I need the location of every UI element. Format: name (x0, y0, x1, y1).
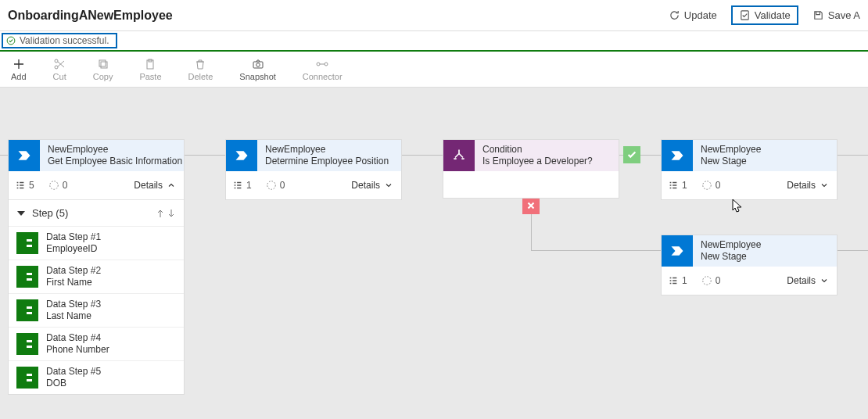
stage-header[interactable]: NewEmployee Determine Employee Position (226, 140, 401, 171)
delete-label: Delete (188, 72, 213, 81)
connector-icon (316, 58, 328, 70)
add-button[interactable]: Add (11, 58, 27, 81)
connector-line (838, 155, 868, 156)
copy-label: Copy (93, 72, 113, 81)
stage-header[interactable]: NewEmployee New Stage (662, 140, 837, 171)
svg-point-15 (702, 277, 711, 285)
x-icon (525, 200, 536, 211)
validation-notice: Validation successful. (2, 33, 117, 48)
trash-icon (194, 58, 206, 70)
stage-icon (9, 140, 40, 171)
condition-icon (443, 140, 475, 171)
connector-line (185, 155, 225, 156)
step-count: 5 (15, 180, 34, 191)
stage-entity: NewEmployee (48, 144, 182, 156)
process-canvas[interactable]: NewEmployee Get Employee Basic Informati… (0, 88, 868, 419)
snapshot-button[interactable]: Snapshot (239, 58, 275, 81)
update-button[interactable]: Update (669, 9, 717, 21)
stage-icon (662, 235, 693, 267)
check-circle-icon (6, 36, 16, 45)
svg-point-3 (55, 59, 58, 63)
snapshot-label: Snapshot (239, 72, 275, 81)
step-row[interactable]: Data Step #3Last Name (9, 293, 184, 327)
step-row[interactable]: Data Step #4Phone Number (9, 327, 184, 360)
stage-card[interactable]: NewEmployee New Stage 1 0 Details (661, 139, 838, 200)
condition-name: Is Employee a Developer? (482, 156, 593, 167)
list-icon (232, 180, 243, 191)
svg-point-14 (702, 181, 711, 190)
validate-button[interactable]: Validate (731, 5, 798, 25)
add-label: Add (11, 72, 27, 81)
branch-icon (701, 180, 712, 191)
cut-button[interactable]: Cut (53, 58, 66, 81)
stage-meta: 1 0 Details (662, 267, 837, 295)
svg-point-10 (317, 63, 320, 66)
stage-name: New Stage (701, 251, 761, 263)
list-icon (668, 275, 679, 286)
clipboard-icon (144, 58, 156, 70)
flow-title[interactable]: OnboardingANewEmployee (8, 9, 178, 23)
branch-icon (701, 275, 712, 286)
svg-point-13 (267, 181, 275, 190)
condition-card[interactable]: Condition Is Employee a Developer? (443, 139, 619, 199)
stage-icon (662, 140, 693, 171)
svg-rect-8 (253, 62, 263, 68)
titlebar: OnboardingANewEmployee Update Validate S… (0, 0, 868, 31)
data-step-icon (16, 333, 38, 355)
svg-rect-5 (101, 62, 107, 68)
details-toggle[interactable]: Details (787, 275, 829, 286)
condition-header[interactable]: Condition Is Employee a Developer? (443, 140, 619, 171)
sort-icons[interactable] (156, 209, 176, 218)
data-step-icon (16, 367, 38, 389)
refresh-icon (669, 9, 680, 21)
stage-card[interactable]: NewEmployee Get Employee Basic Informati… (8, 139, 185, 395)
step-row[interactable]: Data Step #2First Name (9, 260, 184, 293)
details-toggle[interactable]: Details (787, 180, 829, 191)
details-toggle[interactable]: Details (134, 180, 176, 191)
delete-button[interactable]: Delete (188, 58, 213, 81)
stage-header[interactable]: NewEmployee New Stage (662, 235, 837, 267)
save-label: Save A (828, 9, 860, 21)
condition-yes-badge (623, 146, 640, 163)
stage-card[interactable]: NewEmployee New Stage 1 0 Details (661, 235, 838, 295)
steps-header[interactable]: Step (5) (9, 199, 184, 226)
validation-notice-text: Validation successful. (20, 35, 109, 46)
svg-point-1 (7, 37, 15, 45)
paste-button[interactable]: Paste (139, 58, 161, 81)
data-step-icon (16, 266, 38, 288)
details-toggle[interactable]: Details (351, 180, 393, 191)
arrow-down-icon (167, 209, 176, 218)
toolbar: Add Cut Copy Paste Delete Snapshot Conne… (0, 52, 868, 88)
branch-icon (266, 180, 277, 191)
scissors-icon (53, 58, 66, 70)
svg-point-9 (256, 63, 260, 66)
branch-count: 0 (701, 275, 721, 286)
connector-button[interactable]: Connector (303, 58, 343, 81)
step-row[interactable]: Data Step #1EmployeeID (9, 226, 184, 260)
stage-card[interactable]: NewEmployee Determine Employee Position … (225, 139, 402, 200)
camera-icon (252, 58, 264, 70)
stage-name: Get Employee Basic Information (48, 156, 182, 167)
branch-count: 0 (48, 180, 68, 191)
stage-name: New Stage (701, 156, 761, 167)
save-button[interactable]: Save A (812, 9, 860, 21)
branch-count: 0 (701, 180, 721, 191)
svg-point-11 (325, 63, 328, 66)
step-count: 1 (668, 275, 687, 286)
stage-name: Determine Employee Position (265, 156, 389, 167)
stage-entity: NewEmployee (701, 239, 761, 251)
clipboard-check-icon (739, 9, 751, 21)
branch-icon (48, 180, 59, 191)
header-actions: Update Validate Save A (669, 5, 860, 25)
chevron-down-icon (384, 181, 393, 190)
step-row[interactable]: Data Step #5DOB (9, 360, 184, 394)
connector-line (402, 155, 443, 156)
condition-no-badge (522, 197, 540, 214)
collapse-caret-icon (16, 209, 26, 218)
data-step-icon (16, 232, 38, 254)
stage-header[interactable]: NewEmployee Get Employee Basic Informati… (9, 140, 184, 171)
connector-line (0, 155, 8, 156)
copy-button[interactable]: Copy (93, 58, 113, 81)
list-icon (668, 180, 679, 191)
copy-icon (97, 58, 109, 70)
